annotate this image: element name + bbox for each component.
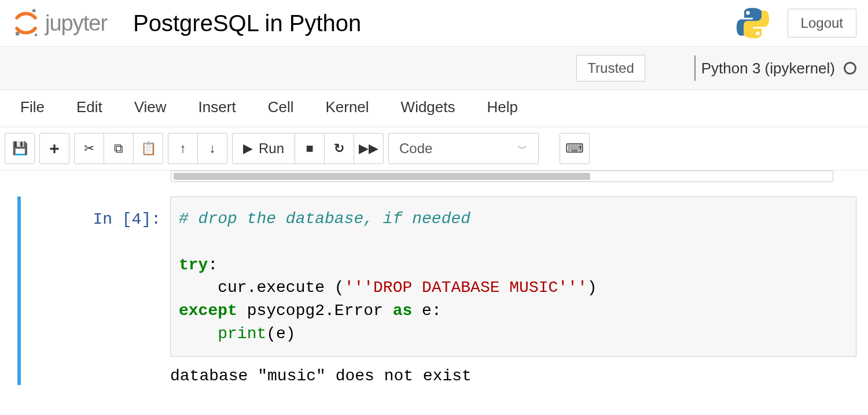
cell-output: database "music" does not exist [170, 357, 856, 385]
menu-cell[interactable]: Cell [268, 98, 294, 116]
cell-type-label: Code [399, 140, 432, 157]
insert-cell-button[interactable]: + [39, 133, 69, 164]
stop-icon: ■ [306, 141, 313, 156]
python-logo-icon [735, 6, 770, 40]
paste-icon: 📋 [141, 141, 156, 156]
menu-widgets[interactable]: Widgets [401, 98, 455, 116]
restart-run-all-button[interactable]: ▶▶ [354, 133, 384, 164]
notebook-title[interactable]: PostgreSQL in Python [133, 10, 361, 36]
toolbar: 💾 + ✂ ⧉ 📋 ↑ ↓ ▶ Run ■ ↻ ▶▶ Code ﹀ ⌨ [0, 127, 868, 171]
menu-edit[interactable]: Edit [76, 98, 102, 116]
menu-view[interactable]: View [134, 98, 167, 116]
menu-file[interactable]: File [20, 98, 45, 116]
code-comment: # drop the database, if needed [179, 210, 470, 228]
header: jupyter PostgreSQL in Python Logout [0, 0, 868, 47]
cut-icon: ✂ [84, 141, 94, 156]
paste-button[interactable]: 📋 [133, 133, 163, 164]
command-palette-button[interactable]: ⌨ [560, 133, 590, 164]
menu-help[interactable]: Help [487, 98, 518, 116]
jupyter-logo[interactable]: jupyter [12, 9, 107, 38]
arrow-up-icon: ↑ [180, 141, 186, 156]
scrollbar-thumb[interactable] [174, 173, 590, 180]
menu-kernel[interactable]: Kernel [325, 98, 369, 116]
restart-icon: ↻ [334, 141, 344, 156]
copy-button[interactable]: ⧉ [104, 133, 134, 164]
move-down-button[interactable]: ↓ [197, 133, 227, 164]
status-bar: Trusted Python 3 (ipykernel) [0, 47, 868, 90]
run-label: Run [259, 140, 284, 157]
fast-forward-icon: ▶▶ [359, 141, 378, 156]
cell-prompt: In [4]: [22, 197, 170, 385]
svg-point-2 [35, 34, 38, 36]
menu-insert[interactable]: Insert [198, 98, 236, 116]
restart-button[interactable]: ↻ [324, 133, 354, 164]
code-input[interactable]: # drop the database, if needed try: cur.… [170, 197, 856, 357]
interrupt-button[interactable]: ■ [295, 133, 325, 164]
save-icon: 💾 [12, 141, 28, 156]
code-cell[interactable]: In [4]: # drop the database, if needed t… [17, 197, 856, 385]
logo-text: jupyter [45, 11, 107, 36]
notebook-area: In [4]: # drop the database, if needed t… [0, 171, 868, 385]
cell-run-indicator [17, 197, 21, 385]
run-button[interactable]: ▶ Run [232, 133, 295, 164]
svg-point-4 [756, 32, 760, 36]
play-icon: ▶ [243, 141, 253, 156]
arrow-down-icon: ↓ [209, 141, 216, 156]
copy-icon: ⧉ [114, 141, 123, 156]
keyboard-icon: ⌨ [565, 141, 584, 156]
trusted-indicator[interactable]: Trusted [576, 55, 645, 81]
logout-button[interactable]: Logout [788, 9, 856, 38]
svg-point-0 [32, 9, 36, 13]
svg-point-3 [746, 11, 750, 15]
kernel-status-icon [844, 62, 856, 75]
jupyter-icon [12, 9, 41, 38]
save-button[interactable]: 💾 [5, 133, 35, 164]
horizontal-scrollbar[interactable] [171, 171, 833, 182]
menu-bar: File Edit View Insert Cell Kernel Widget… [0, 90, 868, 127]
chevron-down-icon: ﹀ [517, 142, 528, 155]
separator [694, 55, 696, 81]
plus-icon: + [49, 139, 60, 158]
kernel-name[interactable]: Python 3 (ipykernel) [701, 60, 835, 77]
cut-button[interactable]: ✂ [74, 133, 104, 164]
cell-type-select[interactable]: Code ﹀ [388, 133, 539, 164]
move-up-button[interactable]: ↑ [168, 133, 198, 164]
